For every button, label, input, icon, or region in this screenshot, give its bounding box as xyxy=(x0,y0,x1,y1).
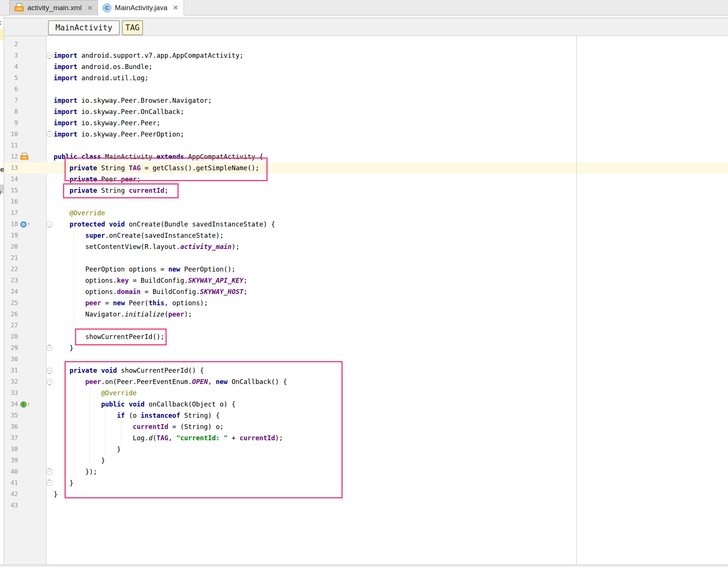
fold-marker-icon[interactable] xyxy=(47,345,52,351)
line-number[interactable]: 34 xyxy=(4,399,18,410)
code-line[interactable]: 4import android.os.Bundle; xyxy=(4,61,728,72)
line-number[interactable]: 6 xyxy=(4,84,18,95)
line-number[interactable]: 37 xyxy=(4,432,18,444)
code-text: peer = new Peer(this, options); xyxy=(54,297,728,309)
line-number[interactable]: 23 xyxy=(4,275,18,286)
code-line[interactable]: 22 PeerOption options = new PeerOption()… xyxy=(4,264,728,275)
line-number[interactable]: 21 xyxy=(4,252,18,264)
code-text: import io.skyway.Peer.Browser.Navigator; xyxy=(54,95,728,106)
code-line[interactable]: 5import android.util.Log; xyxy=(4,72,728,84)
line-number[interactable]: 26 xyxy=(4,309,18,320)
xml-file-icon[interactable]: <> xyxy=(20,153,29,161)
code-line[interactable]: 8import io.skyway.Peer.OnCallback; xyxy=(4,106,728,117)
gutter-icon-slot: I↑ xyxy=(18,399,38,410)
panel-divider[interactable] xyxy=(4,15,4,564)
fold-slot xyxy=(38,185,54,196)
code-line[interactable]: 19 super.onCreate(savedInstanceState); xyxy=(4,230,728,241)
line-number[interactable]: 17 xyxy=(4,207,18,219)
gutter-icon-slot xyxy=(18,500,38,511)
annotation-box-showcurrentpeerid-call xyxy=(75,328,167,345)
code-line[interactable]: 9import io.skyway.Peer.Peer; xyxy=(4,117,728,129)
line-number[interactable]: 32 xyxy=(4,376,18,387)
class-icon: C xyxy=(102,3,111,12)
code-line[interactable]: 24 options.domain = BuildConfig.SKYWAY_H… xyxy=(4,286,728,297)
close-icon[interactable]: ✕ xyxy=(173,4,178,11)
line-number[interactable]: 8 xyxy=(4,106,18,117)
line-number[interactable]: 29 xyxy=(4,342,18,354)
line-number[interactable]: 24 xyxy=(4,286,18,297)
close-icon[interactable]: ✕ xyxy=(87,4,92,12)
implement-method-icon[interactable]: I xyxy=(20,401,27,408)
line-number[interactable]: 22 xyxy=(4,264,18,275)
line-number[interactable]: 42 xyxy=(4,489,18,500)
code-line[interactable]: 23 options.key = BuildConfig.SKYWAY_API_… xyxy=(4,275,728,286)
fold-marker-icon[interactable] xyxy=(47,132,52,137)
fold-marker-icon[interactable] xyxy=(47,53,52,58)
line-number[interactable]: 13 xyxy=(4,162,18,174)
fold-marker-icon[interactable] xyxy=(47,379,52,384)
fold-marker-icon[interactable] xyxy=(47,222,52,227)
line-number[interactable]: 35 xyxy=(4,410,18,421)
gutter-icon-slot xyxy=(18,331,38,342)
line-number[interactable]: 14 xyxy=(4,174,18,185)
line-number[interactable]: 5 xyxy=(4,72,18,84)
override-method-icon[interactable]: o xyxy=(20,221,27,228)
code-line[interactable]: 10import io.skyway.Peer.PeerOption; xyxy=(4,129,728,140)
gutter-icon-slot xyxy=(18,489,38,500)
clipped-text-fragment: c xyxy=(0,18,2,27)
code-line[interactable]: 18o↑ protected void onCreate(Bundle save… xyxy=(4,219,728,230)
code-line[interactable]: 20 setContentView(R.layout.activity_main… xyxy=(4,241,728,252)
line-number[interactable]: 36 xyxy=(4,421,18,432)
line-number[interactable]: 7 xyxy=(4,95,18,106)
line-number[interactable]: 19 xyxy=(4,230,18,241)
line-number[interactable]: 38 xyxy=(4,444,18,455)
fold-slot xyxy=(38,387,54,399)
chip-mainactivity[interactable]: MainActivity xyxy=(48,20,120,35)
gutter-icon-slot xyxy=(18,444,38,455)
line-number[interactable]: 2 xyxy=(4,39,18,50)
line-number[interactable]: 18 xyxy=(4,219,18,230)
line-number[interactable]: 20 xyxy=(4,241,18,252)
line-number[interactable]: 31 xyxy=(4,365,18,376)
gutter-icon-slot xyxy=(18,342,38,354)
line-number[interactable]: 12 xyxy=(4,151,18,162)
line-number[interactable]: 30 xyxy=(4,354,18,365)
code-line[interactable]: 21 xyxy=(4,252,728,264)
fold-marker-icon[interactable] xyxy=(47,480,52,486)
line-number[interactable]: 41 xyxy=(4,477,18,489)
line-number[interactable]: 33 xyxy=(4,387,18,399)
line-number[interactable]: 25 xyxy=(4,297,18,309)
code-line[interactable]: 2 xyxy=(4,39,728,50)
fold-slot xyxy=(38,174,54,185)
line-number[interactable]: 40 xyxy=(4,466,18,477)
line-number[interactable]: 43 xyxy=(4,500,18,511)
line-number[interactable]: 3 xyxy=(4,50,18,61)
code-line[interactable]: 25 peer = new Peer(this, options); xyxy=(4,297,728,309)
code-line[interactable]: 7import io.skyway.Peer.Browser.Navigator… xyxy=(4,95,728,106)
tab-bar-spacer xyxy=(0,0,9,15)
tab-activity-main-xml[interactable]: <> activity_main.xml ✕ xyxy=(9,0,98,15)
line-number[interactable]: 39 xyxy=(4,455,18,466)
code-line[interactable]: 11 xyxy=(4,140,728,151)
chip-tag[interactable]: TAG xyxy=(122,20,143,35)
fold-marker-icon[interactable] xyxy=(47,368,52,373)
code-text xyxy=(54,252,728,264)
line-number[interactable]: 11 xyxy=(4,140,18,151)
line-number[interactable]: 4 xyxy=(4,61,18,72)
annotation-box-tag-field xyxy=(65,158,268,181)
fold-marker-icon[interactable] xyxy=(47,469,52,474)
line-number[interactable]: 27 xyxy=(4,320,18,331)
code-line[interactable]: 43 xyxy=(4,500,728,511)
code-line[interactable]: 17 @Override xyxy=(4,207,728,219)
line-number[interactable]: 10 xyxy=(4,129,18,140)
gutter-icon-slot xyxy=(18,455,38,466)
code-line[interactable]: 6 xyxy=(4,84,728,95)
tab-mainactivity-java[interactable]: C MainActivity.java ✕ xyxy=(98,0,184,15)
fold-slot xyxy=(38,241,54,252)
code-line[interactable]: 3import android.support.v7.app.AppCompat… xyxy=(4,50,728,61)
line-number[interactable]: 28 xyxy=(4,331,18,342)
line-number[interactable]: 16 xyxy=(4,196,18,207)
code-line[interactable]: 26 Navigator.initialize(peer); xyxy=(4,309,728,320)
line-number[interactable]: 9 xyxy=(4,117,18,129)
line-number[interactable]: 15 xyxy=(4,185,18,196)
